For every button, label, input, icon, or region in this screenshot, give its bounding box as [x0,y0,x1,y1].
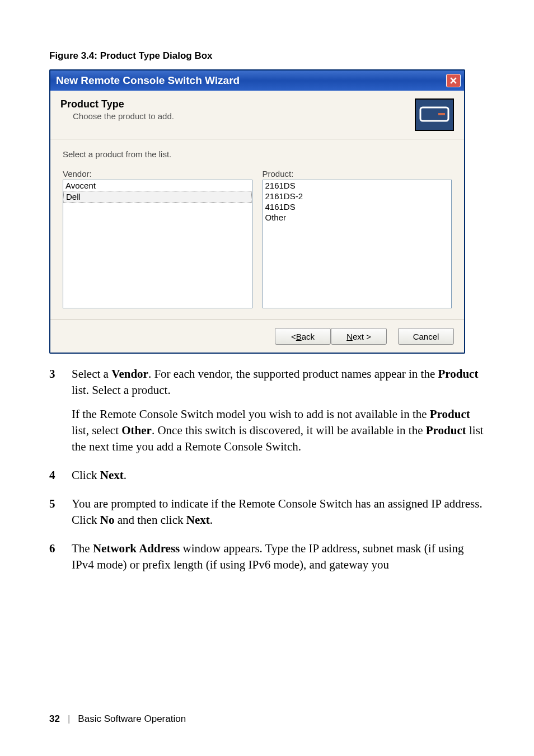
step-number: 4 [49,467,72,483]
list-item[interactable]: Other [263,212,452,223]
list-item[interactable]: 4161DS [263,201,452,212]
step-text: You are prompted to indicate if the Remo… [72,496,485,528]
back-button[interactable]: < Back [275,328,331,345]
step-number: 3 [49,366,72,455]
header-title: Product Type [60,98,174,110]
step-list: 3Select a Vendor. For each vendor, the s… [49,366,485,573]
next-suffix: ext > [353,332,371,341]
svg-rect-1 [416,100,453,130]
instruction-text: Select a product from the list. [63,149,452,159]
close-icon[interactable] [446,74,461,87]
page-number: 32 [49,713,60,725]
server-icon [415,98,454,131]
next-button[interactable]: Next > [331,328,387,345]
cancel-button[interactable]: Cancel [398,328,454,345]
step-text: Click Next. [72,467,485,483]
footer-section: Basic Software Operation [78,713,186,725]
button-bar: < Back Next > Cancel [50,320,464,353]
list-item[interactable]: 2161DS [263,180,452,191]
vendor-listbox[interactable]: AvocentDell [63,180,252,308]
step-text: The Network Address window appears. Type… [72,541,485,573]
header-subtitle: Choose the product to add. [73,111,174,121]
vendor-label: Vendor: [63,169,252,179]
list-item[interactable]: Dell [63,191,252,203]
dialog-header: Product Type Choose the product to add. [50,91,464,135]
svg-rect-3 [438,113,445,115]
step: 3Select a Vendor. For each vendor, the s… [49,366,485,455]
next-underline: N [346,332,353,341]
step-text: Select a Vendor. For each vendor, the su… [72,366,485,455]
dialog-body: Product Type Choose the product to add. … [50,91,464,353]
list-item[interactable]: Avocent [63,180,252,191]
step: 5You are prompted to indicate if the Rem… [49,496,485,528]
step-number: 5 [49,496,72,528]
step: 6The Network Address window appears. Typ… [49,541,485,573]
list-item[interactable]: 2161DS-2 [263,191,452,201]
back-prefix: < [291,332,296,341]
step-number: 6 [49,541,72,573]
dialog-window: New Remote Console Switch Wizard Product… [49,69,465,354]
title-bar: New Remote Console Switch Wizard [50,71,464,91]
back-suffix: ack [302,332,315,341]
back-underline: B [296,332,302,341]
product-label: Product: [263,169,452,179]
footer-separator: | [68,713,70,725]
figure-caption: Figure 3.4: Product Type Dialog Box [49,50,485,62]
product-listbox[interactable]: 2161DS2161DS-24161DSOther [263,180,452,308]
dialog-title: New Remote Console Switch Wizard [56,74,446,87]
page-footer: 32 | Basic Software Operation [49,713,186,725]
step: 4Click Next. [49,467,485,483]
